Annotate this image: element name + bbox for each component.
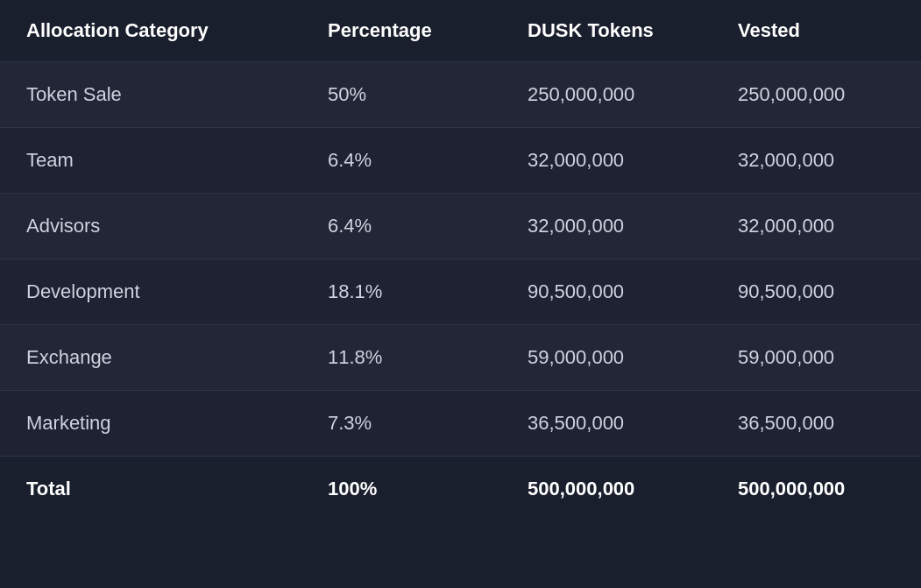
cell-vested: 90,500,000 — [712, 259, 921, 325]
cell-dusk_tokens: 59,000,000 — [501, 325, 712, 391]
table-header-row: Allocation Category Percentage DUSK Toke… — [0, 0, 921, 62]
cell-dusk_tokens: 36,500,000 — [501, 391, 712, 457]
table-row: Development18.1%90,500,00090,500,000 — [0, 259, 921, 325]
allocation-table: Allocation Category Percentage DUSK Toke… — [0, 0, 921, 521]
cell-percentage: 50% — [301, 62, 501, 128]
table-row: Marketing7.3%36,500,00036,500,000 — [0, 391, 921, 457]
cell-percentage: 18.1% — [301, 259, 501, 325]
table-row: Team6.4%32,000,00032,000,000 — [0, 128, 921, 194]
footer-percentage: 100% — [301, 457, 501, 522]
table-row: Token Sale50%250,000,000250,000,000 — [0, 62, 921, 128]
column-header-dusk-tokens: DUSK Tokens — [501, 0, 712, 62]
footer-vested: 500,000,000 — [712, 457, 921, 522]
table-row: Exchange11.8%59,000,00059,000,000 — [0, 325, 921, 391]
cell-dusk_tokens: 32,000,000 — [501, 128, 712, 194]
cell-category: Token Sale — [0, 62, 301, 128]
cell-vested: 59,000,000 — [712, 325, 921, 391]
cell-vested: 32,000,000 — [712, 194, 921, 259]
cell-vested: 250,000,000 — [712, 62, 921, 128]
cell-category: Development — [0, 259, 301, 325]
footer-category: Total — [0, 457, 301, 522]
footer-dusk-tokens: 500,000,000 — [501, 457, 712, 522]
table-footer-row: Total 100% 500,000,000 500,000,000 — [0, 457, 921, 522]
cell-category: Exchange — [0, 325, 301, 391]
cell-category: Advisors — [0, 194, 301, 259]
cell-vested: 36,500,000 — [712, 391, 921, 457]
table-row: Advisors6.4%32,000,00032,000,000 — [0, 194, 921, 259]
cell-dusk_tokens: 250,000,000 — [501, 62, 712, 128]
cell-dusk_tokens: 32,000,000 — [501, 194, 712, 259]
cell-category: Marketing — [0, 391, 301, 457]
cell-percentage: 7.3% — [301, 391, 501, 457]
cell-category: Team — [0, 128, 301, 194]
cell-percentage: 11.8% — [301, 325, 501, 391]
cell-percentage: 6.4% — [301, 128, 501, 194]
column-header-category: Allocation Category — [0, 0, 301, 62]
cell-dusk_tokens: 90,500,000 — [501, 259, 712, 325]
column-header-percentage: Percentage — [301, 0, 501, 62]
allocation-table-container: Allocation Category Percentage DUSK Toke… — [0, 0, 921, 521]
cell-percentage: 6.4% — [301, 194, 501, 259]
column-header-vested: Vested — [712, 0, 921, 62]
cell-vested: 32,000,000 — [712, 128, 921, 194]
